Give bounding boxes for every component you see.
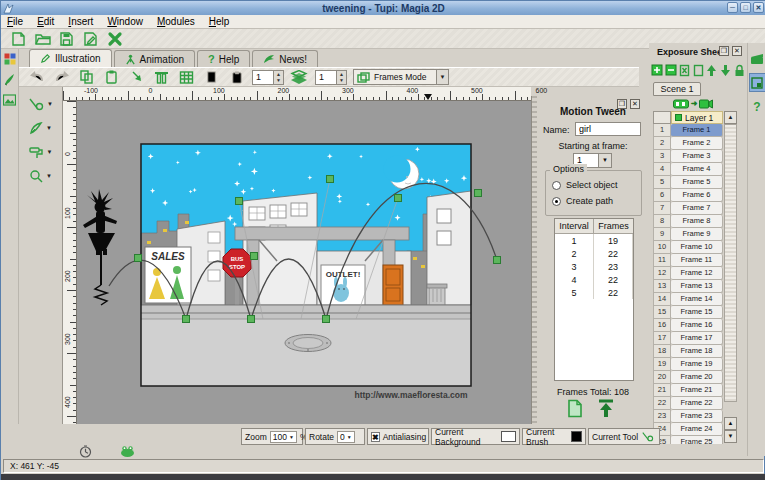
menu-window[interactable]: Window	[107, 16, 143, 27]
frame-cell[interactable]: Frame 6	[671, 189, 723, 202]
frame-cell[interactable]: Frame 4	[671, 163, 723, 176]
storyboard-button[interactable]	[152, 68, 171, 86]
background-color-swatch[interactable]	[501, 431, 516, 442]
scroll-down-button[interactable]: ▼	[724, 430, 737, 443]
frame-cell[interactable]: Frame 20	[671, 371, 723, 384]
radio-icon-selected[interactable]	[552, 197, 561, 206]
frame-row-6[interactable]: 6Frame 6	[653, 189, 723, 202]
frame-cell[interactable]: Frame 23	[671, 410, 723, 423]
frame-row-24[interactable]: 24Frame 24	[653, 423, 723, 436]
frame-number[interactable]: 20	[653, 371, 671, 384]
tween-reset-button[interactable]	[567, 399, 583, 418]
frame-number[interactable]: 5	[653, 176, 671, 189]
scroll-up-button[interactable]: ▲	[724, 111, 737, 124]
frame-row-9[interactable]: 9Frame 9	[653, 228, 723, 241]
frame-row-7[interactable]: 7Frame 7	[653, 202, 723, 215]
camera-icon[interactable]	[699, 98, 713, 109]
start-frame-arrow[interactable]: ▼	[599, 153, 612, 168]
onion-skin-icon[interactable]	[290, 68, 309, 86]
add-frame-button[interactable]	[651, 63, 663, 77]
close-project-button[interactable]	[105, 30, 124, 48]
tupi-mascot-icon[interactable]	[120, 445, 135, 457]
frame-number[interactable]: 2	[653, 137, 671, 150]
frame-number[interactable]: 10	[653, 241, 671, 254]
new-project-button[interactable]	[9, 30, 28, 48]
frame-cell[interactable]: Frame 11	[671, 254, 723, 267]
scrollbar-track[interactable]	[724, 124, 737, 402]
lock-frame-button[interactable]	[679, 63, 691, 77]
frame-cell[interactable]: Frame 21	[671, 384, 723, 397]
tool-dropdown-arrow[interactable]: ▼	[47, 149, 53, 155]
frame-number[interactable]: 15	[653, 306, 671, 319]
frame-cell[interactable]: Frame 2	[671, 137, 723, 150]
frame-cell[interactable]: Frame 24	[671, 423, 723, 436]
frame-cell[interactable]: Frame 17	[671, 332, 723, 345]
tab-illustration[interactable]: Illustration	[29, 49, 112, 67]
undo-icon[interactable]	[27, 68, 46, 86]
frame-row-25[interactable]: 25Frame 25	[653, 436, 723, 444]
frame-number[interactable]: 16	[653, 319, 671, 332]
tween-name-input[interactable]	[575, 122, 641, 136]
frame-cell[interactable]: Frame 3	[671, 150, 723, 163]
current-background-control[interactable]: Current Background	[431, 428, 520, 445]
frame-cell[interactable]: Frame 7	[671, 202, 723, 215]
frame-row-16[interactable]: 16Frame 16	[653, 319, 723, 332]
frames-mode-combo[interactable]: Frames Mode ▼	[353, 69, 449, 85]
frame-number[interactable]: 6	[653, 189, 671, 202]
frame-spinbox[interactable]: 1 ▲▼	[252, 70, 284, 85]
exposure-float-button[interactable]: ❐	[719, 46, 729, 56]
tool-fill-roller[interactable]: ▼	[24, 143, 58, 161]
frame-cell[interactable]: Frame 10	[671, 241, 723, 254]
scene-tab[interactable]: Scene 1	[653, 82, 701, 96]
interval-row[interactable]: 522	[555, 286, 633, 299]
open-project-button[interactable]	[33, 30, 52, 48]
layer-spin-value[interactable]: 1	[316, 72, 336, 82]
tool-dropdown-arrow[interactable]: ▼	[47, 101, 53, 107]
copy-frame-icon[interactable]	[693, 63, 705, 77]
menu-modules[interactable]: Modules	[157, 16, 195, 27]
interval-row[interactable]: 422	[555, 273, 633, 286]
layer-header-cell[interactable]: Layer 1	[671, 111, 723, 124]
menu-insert[interactable]: Insert	[68, 16, 93, 27]
rotate-arrow[interactable]: ▼	[347, 434, 352, 440]
zoom-arrow[interactable]: ▼	[289, 434, 294, 440]
frame-row-5[interactable]: 5Frame 5	[653, 176, 723, 189]
frame-number[interactable]: 8	[653, 215, 671, 228]
frame-number[interactable]: 23	[653, 410, 671, 423]
antialiasing-checkbox[interactable]: ✖	[371, 432, 380, 442]
import-object-button[interactable]	[127, 68, 146, 86]
tool-position-tween[interactable]: ▼	[24, 95, 58, 113]
frame-number[interactable]: 22	[653, 397, 671, 410]
frame-number[interactable]: 11	[653, 254, 671, 267]
frame-row-22[interactable]: 22Frame 22	[653, 397, 723, 410]
tool-dropdown-arrow[interactable]: ▼	[46, 173, 52, 179]
title-bar[interactable]: tweening - Tupi: Magia 2D ─ □ ✕	[1, 1, 765, 15]
redo-icon[interactable]	[52, 68, 71, 86]
frame-row-21[interactable]: 21Frame 21	[653, 384, 723, 397]
close-button[interactable]: ✕	[753, 2, 764, 13]
current-tool-control[interactable]: Current Tool	[588, 428, 660, 445]
menu-edit[interactable]: Edit	[37, 16, 54, 27]
frame-cell[interactable]: Frame 19	[671, 358, 723, 371]
frame-number[interactable]: 21	[653, 384, 671, 397]
frame-row-12[interactable]: 12Frame 12	[653, 267, 723, 280]
frame-row-1[interactable]: 1Frame 1	[653, 124, 723, 137]
frame-row-3[interactable]: 3Frame 3	[653, 150, 723, 163]
library-image-icon[interactable]	[3, 94, 16, 106]
radio-icon[interactable]	[552, 181, 561, 190]
tab-animation[interactable]: Animation	[114, 50, 195, 67]
frame-number[interactable]: 9	[653, 228, 671, 241]
maximize-button[interactable]: □	[740, 2, 751, 13]
frame-cell[interactable]: Frame 5	[671, 176, 723, 189]
frames-scrollbar[interactable]: ▲	[724, 111, 737, 444]
interval-row[interactable]: 222	[555, 247, 633, 260]
frame-cell[interactable]: Frame 13	[671, 280, 723, 293]
zoom-value[interactable]: 100	[273, 432, 287, 442]
frame-cell[interactable]: Frame 12	[671, 267, 723, 280]
help-toggle-button[interactable]: ?	[753, 100, 760, 114]
frame-number[interactable]: 4	[653, 163, 671, 176]
move-frame-up-button[interactable]	[706, 63, 718, 77]
option-create-path[interactable]: Create path	[552, 196, 613, 206]
frame-number[interactable]: 7	[653, 202, 671, 215]
tab-news[interactable]: News!	[252, 50, 318, 67]
